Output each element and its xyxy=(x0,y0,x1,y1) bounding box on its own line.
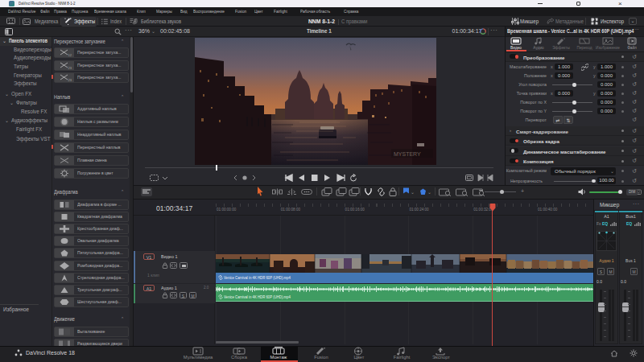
svg-text:12: 12 xyxy=(68,53,72,57)
svg-text:23: 23 xyxy=(68,65,72,69)
svg-text:23: 23 xyxy=(68,78,72,82)
svg-text:MYSTERY: MYSTERY xyxy=(394,151,421,157)
